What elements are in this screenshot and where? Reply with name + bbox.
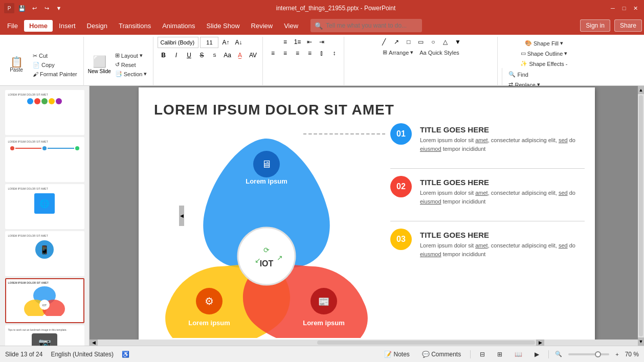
- reading-view-btn[interactable]: 📖: [512, 350, 525, 359]
- increase-indent-btn[interactable]: ⇥: [316, 37, 327, 47]
- slideshow-btn[interactable]: ▶: [531, 350, 542, 359]
- decrease-font-btn[interactable]: A↓: [233, 37, 244, 48]
- scroll-left-btn[interactable]: ◀: [90, 340, 98, 346]
- bold-button[interactable]: B: [158, 50, 169, 60]
- quick-styles-button[interactable]: Aa Quick Styles: [417, 49, 461, 57]
- shape-effects-button[interactable]: ✨ Shape Effects -: [518, 59, 569, 68]
- slide-thumb-11[interactable]: 11 LOREM IPSUM DOLOR SIT AMET 🌐 ★: [5, 184, 84, 229]
- menu-design[interactable]: Design: [82, 20, 113, 32]
- slide-thumb-13[interactable]: 13 LOREM IPSUM DOLOR SIT AMET IOT: [5, 278, 84, 323]
- slide-thumb-9[interactable]: 9 LOREM IPSUM DOLOR SIT AMET ★: [5, 90, 84, 135]
- decrease-indent-btn[interactable]: ⇤: [304, 37, 315, 47]
- window-title: internet_of_things_21955.pptx - PowerPoi…: [63, 5, 608, 12]
- slide-thumb-10[interactable]: 10 LOREM IPSUM DOLOR SIT AMET ★: [5, 137, 84, 182]
- normal-view-btn[interactable]: ⊟: [477, 350, 488, 359]
- svg-text:🖥: 🖥: [261, 159, 272, 170]
- shape-more[interactable]: ▼: [452, 37, 463, 47]
- shadow-text-btn[interactable]: S: [209, 50, 220, 60]
- new-slide-btn[interactable]: ⬜ New Slide: [88, 55, 111, 74]
- find-button[interactable]: 🔍 Find: [506, 70, 586, 79]
- shape-triangle[interactable]: △: [440, 37, 451, 47]
- line-spacing-btn[interactable]: ↕: [328, 48, 340, 58]
- numbering-btn[interactable]: 1≡: [292, 37, 303, 47]
- slide-preview-11[interactable]: LOREM IPSUM DOLOR SIT AMET 🌐: [5, 184, 84, 229]
- menu-view[interactable]: View: [279, 20, 303, 32]
- align-right-btn[interactable]: ≡: [292, 48, 303, 58]
- menu-animations[interactable]: Animations: [157, 20, 200, 32]
- font-size-input[interactable]: [200, 37, 218, 48]
- signin-button[interactable]: Sign in: [580, 19, 610, 32]
- shape-rect[interactable]: □: [403, 37, 414, 47]
- restore-btn[interactable]: □: [619, 4, 629, 13]
- slide-thumb-14[interactable]: 14 Tips to work out an landmark image in…: [5, 325, 84, 346]
- canvas-area[interactable]: ◀ LOREM IPSUM DOLOR SIT AMET 🖥: [90, 86, 644, 346]
- scrollbar-bottom[interactable]: ◀ ▶: [90, 340, 638, 346]
- font-color-btn[interactable]: A̲: [234, 50, 246, 60]
- zoom-thumb[interactable]: [595, 351, 601, 357]
- undo-btn[interactable]: ↩: [30, 4, 39, 13]
- scroll-right-btn[interactable]: ▶: [536, 340, 544, 346]
- cut-button[interactable]: ✂ Cut: [31, 52, 79, 60]
- slide-preview-14[interactable]: Tips to work out an landmark image in th…: [5, 325, 84, 346]
- paste-icon: 📋: [10, 57, 23, 67]
- menu-file[interactable]: File: [2, 20, 23, 32]
- close-btn[interactable]: ✕: [631, 4, 640, 13]
- char-spacing-btn[interactable]: AV: [247, 50, 258, 60]
- font-case-btn[interactable]: Aa: [221, 50, 233, 60]
- format-painter-button[interactable]: 🖌 Format Painter: [31, 70, 79, 78]
- menu-slideshow[interactable]: Slide Show: [201, 20, 245, 32]
- scrollbar-right[interactable]: ▲ ▼: [638, 86, 644, 346]
- paste-button[interactable]: 📋 Paste: [4, 56, 29, 74]
- panel-collapse-btn[interactable]: ◀: [179, 206, 184, 226]
- customize-btn[interactable]: ▼: [54, 4, 63, 13]
- arrange-button[interactable]: ⊞ Arrange ▾: [381, 48, 415, 57]
- save-btn[interactable]: 💾: [17, 4, 27, 13]
- columns-btn[interactable]: ⫿: [316, 48, 327, 58]
- shape-oval[interactable]: ○: [428, 37, 439, 47]
- justify-btn[interactable]: ≡: [304, 48, 315, 58]
- slide-preview-12[interactable]: LOREM IPSUM DOLOR SIT AMET 📱: [5, 231, 84, 276]
- layout-button[interactable]: ⊞ Layout ▾: [113, 51, 149, 60]
- slide-preview-9[interactable]: LOREM IPSUM DOLOR SIT AMET: [5, 90, 84, 135]
- copy-button[interactable]: 📄 Copy: [31, 61, 79, 70]
- shape-line[interactable]: ╱: [379, 37, 390, 47]
- item-desc-1: Lorem ipsum dolor sit amet, consectetur …: [420, 136, 585, 153]
- slide-preview-13[interactable]: LOREM IPSUM DOLOR SIT AMET IOT: [5, 278, 84, 323]
- notes-button[interactable]: 📝 Notes: [381, 350, 413, 359]
- svg-point-14: [238, 228, 295, 285]
- align-left-btn[interactable]: ≡: [267, 48, 278, 58]
- slide-thumb-12[interactable]: 12 LOREM IPSUM DOLOR SIT AMET 📱 ★: [5, 231, 84, 276]
- font-family-input[interactable]: [158, 37, 198, 48]
- share-button[interactable]: Share: [614, 19, 642, 32]
- comments-button[interactable]: 💬 Comments: [419, 350, 464, 359]
- reset-button[interactable]: ↺ Reset: [113, 60, 149, 69]
- slide-panel[interactable]: 9 LOREM IPSUM DOLOR SIT AMET ★ 10: [0, 86, 90, 346]
- minimize-btn[interactable]: ─: [608, 4, 617, 13]
- shape-fill-button[interactable]: 🎨 Shape Fill ▾: [523, 39, 565, 48]
- increase-font-btn[interactable]: A↑: [220, 37, 231, 48]
- slides-sub: ⊞ Layout ▾ ↺ Reset 📑 Section ▾: [113, 51, 149, 78]
- redo-btn[interactable]: ↪: [42, 4, 51, 13]
- menu-transitions[interactable]: Transitions: [114, 20, 156, 32]
- slide-sorter-btn[interactable]: ⊞: [494, 350, 505, 359]
- menu-review[interactable]: Review: [246, 20, 278, 32]
- svg-text:⟳: ⟳: [263, 246, 270, 254]
- section-button[interactable]: 📑 Section ▾: [113, 70, 149, 78]
- shape-arrow[interactable]: ↗: [391, 37, 402, 47]
- zoom-icon: 🔍: [555, 351, 562, 357]
- shape-outline-button[interactable]: ▭ Shape Outline ▾: [519, 49, 570, 58]
- underline-button[interactable]: U: [183, 50, 194, 60]
- menu-home[interactable]: Home: [24, 20, 53, 32]
- scroll-down-btn[interactable]: ▼: [638, 337, 644, 346]
- scroll-up-btn[interactable]: ▲: [638, 86, 644, 94]
- tell-me-input[interactable]: [326, 22, 418, 29]
- menu-insert[interactable]: Insert: [54, 20, 81, 32]
- align-center-btn[interactable]: ≡: [279, 48, 291, 58]
- content-item-2: 02 TITLE GOES HERE Lorem ipsum dolor sit…: [390, 176, 585, 206]
- shape-round-rect[interactable]: ▭: [415, 37, 427, 47]
- bullets-btn[interactable]: ≡: [279, 37, 291, 47]
- strikethrough-button[interactable]: S: [196, 50, 207, 60]
- slide-preview-10[interactable]: LOREM IPSUM DOLOR SIT AMET: [5, 137, 84, 182]
- zoom-slider[interactable]: [568, 353, 609, 355]
- italic-button[interactable]: I: [170, 50, 182, 60]
